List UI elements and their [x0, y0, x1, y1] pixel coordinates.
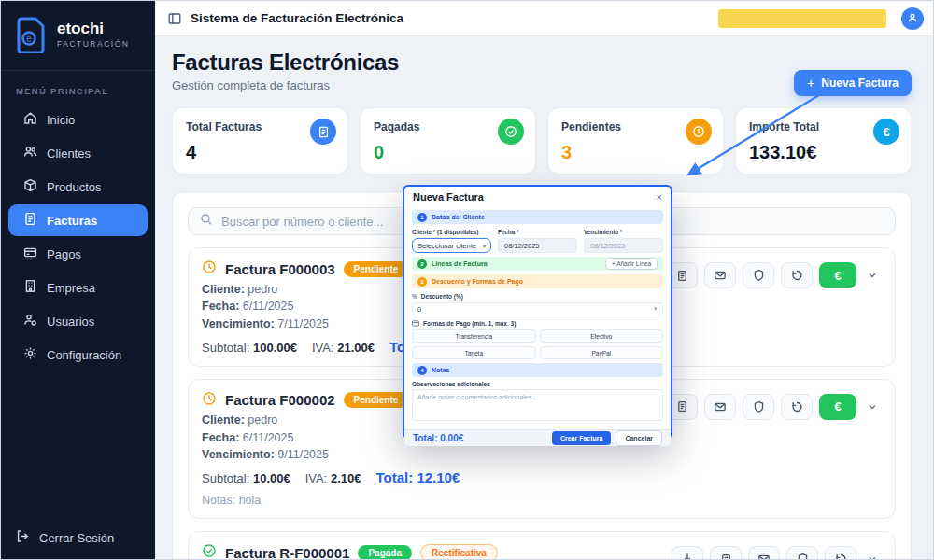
status-badge: Pagada [358, 545, 412, 560]
card-icon [412, 320, 419, 327]
descuento-input[interactable]: 0 ▲▼ [412, 302, 663, 315]
section-datos-cliente: 1 Datos del Cliente [412, 210, 663, 224]
modal-total: Total: 0.00€ [413, 433, 552, 443]
invoice-icon [310, 119, 336, 145]
vencimiento-input[interactable]: 08/12/2025 [584, 238, 663, 253]
euro-icon: € [873, 119, 899, 145]
sidebar-item-pagos[interactable]: Pagos [8, 238, 148, 270]
rectify-rotate-button[interactable] [781, 394, 813, 420]
rectify-rotate-button[interactable] [825, 546, 856, 560]
chevron-down-icon[interactable] [863, 262, 882, 288]
shield-button[interactable] [743, 394, 774, 420]
sidebar-item-facturas[interactable]: Facturas [8, 204, 148, 236]
payment-option-transferencia[interactable]: Transferencia [412, 329, 536, 343]
invoice-actions [672, 543, 882, 560]
clock-icon [686, 119, 712, 145]
home-icon [23, 111, 37, 128]
download-button[interactable] [672, 546, 703, 560]
stat-pagadas: Pagadas 0 [360, 107, 536, 175]
svg-text:e: e [26, 34, 32, 44]
plus-icon: + [807, 76, 814, 91]
payment-option-tarjeta[interactable]: Tarjeta [412, 346, 536, 359]
brand-document-icon: e [16, 16, 48, 53]
box-icon [23, 178, 37, 195]
stats-row: Total Facturas 4 Pagadas 0 Pendientes 3 … [172, 107, 912, 175]
new-invoice-button[interactable]: + Nueva Factura [794, 70, 912, 96]
sidebar-toggle-icon[interactable] [168, 12, 181, 25]
sidebar-item-configuracion[interactable]: Configuración [8, 339, 148, 371]
topbar: Sistema de Facturación Electrónica [155, 1, 934, 36]
cancel-button[interactable]: Cancelar [616, 430, 662, 446]
invoice-number: Factura F000003 [225, 261, 335, 277]
sidebar-item-clientes[interactable]: Clientes [8, 137, 148, 169]
modal-title: Nueva Factura [413, 191, 484, 203]
users-icon [23, 145, 37, 161]
pending-clock-icon [202, 259, 217, 278]
section-notas: 4 Notas [412, 363, 663, 377]
sidebar-item-inicio[interactable]: Inicio [8, 104, 148, 135]
sidebar-item-empresa[interactable]: Empresa [8, 272, 148, 303]
sidebar-item-usuarios[interactable]: Usuarios [8, 305, 148, 337]
stat-importe-total: Importe Total 133.10€ € [735, 107, 912, 175]
logout-icon [16, 529, 30, 546]
create-invoice-button[interactable]: Crear Factura [552, 431, 612, 445]
highlighted-region [718, 9, 886, 28]
brand-subtitle: FACTURACIÓN [57, 39, 129, 49]
percent-icon: % [412, 293, 417, 300]
card-icon [23, 245, 37, 262]
rectify-rotate-button[interactable] [781, 262, 813, 288]
number-spinner[interactable]: ▲▼ [654, 307, 658, 312]
app-title: Sistema de Facturación Electrónica [191, 11, 403, 25]
payment-option-efectivo[interactable]: Efectivo [540, 329, 664, 343]
gear-icon [23, 346, 37, 363]
payment-methods: Transferencia Efectivo Tarjeta PayPal [412, 329, 663, 359]
sidebar-item-productos[interactable]: Productos [8, 171, 148, 203]
new-invoice-modal: Nueva Factura × 1 Datos del Cliente Clie… [403, 185, 672, 439]
status-badge: Pendiente [344, 261, 409, 277]
sidebar: e etochi FACTURACIÓN MENÚ PRINCIPAL Inic… [1, 1, 155, 560]
invoice-icon [23, 212, 37, 229]
email-button[interactable] [704, 394, 736, 420]
payment-option-paypal[interactable]: PayPal [540, 346, 664, 359]
email-button[interactable] [748, 546, 780, 560]
chevron-down-icon[interactable] [863, 546, 882, 560]
invoice-row: Factura R-F000001 Pagada Rectificativa C… [188, 531, 896, 560]
building-icon [23, 279, 37, 296]
shield-button[interactable] [786, 546, 818, 560]
close-icon[interactable]: × [657, 192, 662, 203]
brand-name: etochi [57, 21, 129, 38]
user-icon [907, 10, 918, 27]
shield-button[interactable] [743, 262, 774, 288]
mark-paid-euro-button[interactable]: € [819, 262, 856, 288]
document-button[interactable] [710, 546, 742, 560]
rectificativa-badge: Rectificativa [420, 544, 498, 560]
stat-total-facturas: Total Facturas 4 [172, 107, 348, 175]
check-icon [498, 119, 524, 145]
search-icon [200, 213, 213, 230]
invoice-number: Factura F000002 [225, 392, 335, 408]
mark-paid-euro-button[interactable]: € [819, 394, 856, 420]
email-button[interactable] [704, 262, 736, 288]
section-descuento-pago: 3 Descuento y Formas de Pago [412, 274, 663, 288]
modal-footer: Total: 0.00€ Crear Factura Cancelar [404, 429, 671, 446]
menu-section-label: MENÚ PRINCIPAL [1, 71, 155, 104]
main-menu: Inicio Clientes Productos Facturas Pagos… [1, 104, 155, 372]
chevron-down-icon[interactable] [863, 394, 882, 420]
app-screen: e etochi FACTURACIÓN MENÚ PRINCIPAL Inic… [0, 0, 934, 560]
page-header: Facturas Electrónicas Gestión completa d… [172, 49, 912, 92]
user-avatar[interactable] [901, 7, 924, 30]
add-line-button[interactable]: + Añadir Línea [605, 258, 658, 270]
paid-check-icon [202, 543, 217, 560]
fecha-input[interactable]: 08/12/2025 [498, 238, 577, 253]
notes-textarea[interactable] [412, 389, 663, 421]
stat-pendientes: Pendientes 3 [547, 107, 724, 175]
user-gear-icon [23, 313, 37, 329]
logout-button[interactable]: Cerrar Sesión [1, 516, 155, 560]
cliente-select[interactable]: Seleccionar cliente ▾ [412, 238, 491, 253]
status-badge: Pendiente [344, 392, 409, 408]
pending-clock-icon [202, 391, 217, 410]
brand-block: e etochi FACTURACIÓN [1, 1, 155, 71]
section-lineas-factura: 2 Líneas de Factura + Añadir Línea [412, 257, 663, 271]
chevron-down-icon: ▾ [483, 243, 486, 249]
invoice-number: Factura R-F000001 [225, 545, 349, 560]
